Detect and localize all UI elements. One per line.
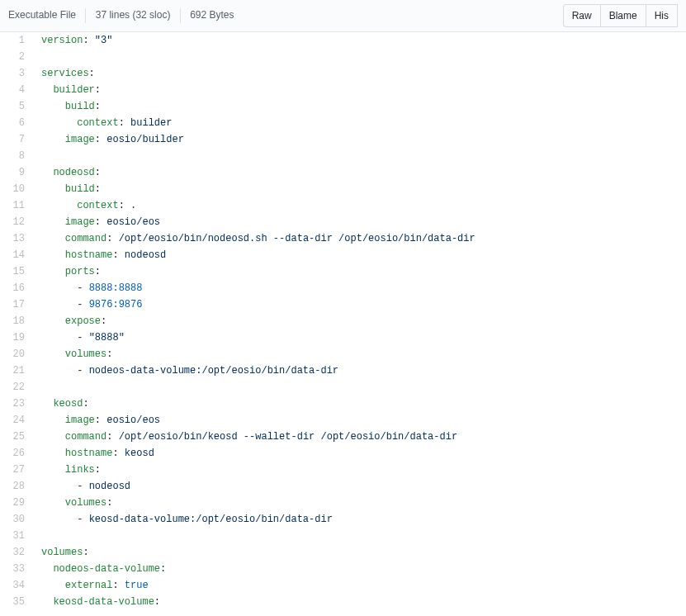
- line-number[interactable]: 29: [0, 495, 33, 511]
- line-number[interactable]: 27: [0, 462, 33, 478]
- code-line: 34 external: true: [0, 577, 686, 594]
- line-number[interactable]: 28: [0, 478, 33, 495]
- line-number[interactable]: 31: [0, 528, 33, 544]
- line-number[interactable]: 8: [0, 148, 33, 164]
- code-line: 13 command: /opt/eosio/bin/nodeosd.sh --…: [0, 230, 686, 247]
- line-number[interactable]: 18: [0, 313, 33, 329]
- token-str: keosd-data-volume:/opt/eosio/bin/data-di…: [89, 514, 333, 525]
- token-pun: :: [106, 431, 118, 443]
- code-line: 20 volumes:: [0, 346, 686, 362]
- line-number[interactable]: 10: [0, 181, 33, 197]
- line-number[interactable]: 3: [0, 65, 33, 82]
- line-number[interactable]: 25: [0, 429, 33, 445]
- line-number[interactable]: 34: [0, 577, 33, 594]
- line-content: [33, 49, 686, 65]
- line-number[interactable]: 5: [0, 98, 33, 115]
- line-content: services:: [33, 65, 686, 82]
- token-key: volumes: [41, 547, 83, 558]
- token-str: "8888": [89, 332, 125, 344]
- code-line: 17 - 9876:9876: [0, 296, 686, 313]
- token-pun: :: [119, 117, 130, 129]
- code-line: 29 volumes:: [0, 495, 686, 511]
- token-dash: -: [77, 365, 88, 377]
- token-str: keosd: [125, 448, 154, 459]
- line-number[interactable]: 32: [0, 544, 33, 561]
- code-line: 22: [0, 379, 686, 396]
- code-line: 28 - nodeosd: [0, 478, 686, 495]
- line-number[interactable]: 21: [0, 362, 33, 379]
- token-key: nodeos-data-volume: [53, 563, 160, 575]
- line-number[interactable]: 1: [0, 32, 33, 49]
- line-number[interactable]: 16: [0, 280, 33, 296]
- code-line: 6 context: builder: [0, 115, 686, 131]
- line-content: command: /opt/eosio/bin/keosd --wallet-d…: [33, 429, 686, 445]
- history-button[interactable]: His: [646, 4, 678, 27]
- line-number[interactable]: 13: [0, 230, 33, 247]
- line-content: hostname: keosd: [33, 445, 686, 462]
- line-content: [33, 379, 686, 396]
- line-number[interactable]: 24: [0, 412, 33, 429]
- code-line: 5 build:: [0, 98, 686, 115]
- token-pun: :: [95, 101, 101, 112]
- line-number[interactable]: 19: [0, 329, 33, 346]
- line-content: - 9876:9876: [33, 296, 686, 313]
- line-number[interactable]: 12: [0, 214, 33, 230]
- token-dash: -: [77, 332, 88, 344]
- line-content: ports:: [33, 263, 686, 280]
- line-content: [33, 528, 686, 544]
- token-pun: :: [154, 596, 160, 608]
- line-number[interactable]: 7: [0, 131, 33, 148]
- code-line: 27 links:: [0, 462, 686, 478]
- line-number[interactable]: 17: [0, 296, 33, 313]
- code-line: 12 image: eosio/eos: [0, 214, 686, 230]
- blame-button[interactable]: Blame: [600, 4, 646, 27]
- token-key: volumes: [65, 348, 106, 360]
- token-pun: :: [95, 464, 101, 476]
- token-key: nodeosd: [53, 167, 94, 178]
- line-number[interactable]: 11: [0, 197, 33, 214]
- line-content: build:: [33, 181, 686, 197]
- token-key: image: [65, 415, 95, 426]
- token-key: external: [65, 580, 113, 591]
- line-number[interactable]: 9: [0, 164, 33, 181]
- token-num: 8888:8888: [89, 282, 143, 294]
- line-content: expose:: [33, 313, 686, 329]
- token-key: version: [41, 35, 83, 46]
- token-key: build: [65, 183, 95, 195]
- line-number[interactable]: 14: [0, 247, 33, 263]
- raw-button[interactable]: Raw: [563, 4, 601, 27]
- code-line: 2: [0, 49, 686, 65]
- line-content: volumes:: [33, 544, 686, 561]
- line-content: external: true: [33, 577, 686, 594]
- lines-info: 37 lines (32 sloc): [96, 9, 171, 21]
- line-number[interactable]: 15: [0, 263, 33, 280]
- code-line: 3services:: [0, 65, 686, 82]
- token-key: hostname: [65, 448, 113, 459]
- token-num: 9876:9876: [89, 299, 143, 310]
- line-number[interactable]: 6: [0, 115, 33, 131]
- line-number[interactable]: 23: [0, 396, 33, 412]
- code-line: 15 ports:: [0, 263, 686, 280]
- line-content: keosd-data-volume:: [33, 594, 686, 610]
- line-number[interactable]: 33: [0, 561, 33, 577]
- file-size: 692 Bytes: [190, 9, 234, 21]
- token-pun: :: [112, 249, 124, 261]
- line-number[interactable]: 2: [0, 49, 33, 65]
- token-pun: :: [160, 563, 166, 575]
- line-content: - keosd-data-volume:/opt/eosio/bin/data-…: [33, 511, 686, 528]
- token-key: build: [65, 101, 95, 112]
- token-key: ports: [65, 266, 95, 277]
- line-number[interactable]: 35: [0, 594, 33, 610]
- token-str: /opt/eosio/bin/keosd --wallet-dir /opt/e…: [119, 431, 457, 443]
- token-str: eosio/builder: [106, 134, 184, 145]
- token-str: builder: [130, 117, 172, 129]
- line-content: image: eosio/eos: [33, 412, 686, 429]
- line-number[interactable]: 20: [0, 346, 33, 362]
- line-number[interactable]: 22: [0, 379, 33, 396]
- line-content: context: builder: [33, 115, 686, 131]
- line-number[interactable]: 30: [0, 511, 33, 528]
- token-pun: :: [95, 183, 101, 195]
- line-number[interactable]: 26: [0, 445, 33, 462]
- line-number[interactable]: 4: [0, 82, 33, 98]
- token-str: nodeos-data-volume:/opt/eosio/bin/data-d…: [89, 365, 338, 377]
